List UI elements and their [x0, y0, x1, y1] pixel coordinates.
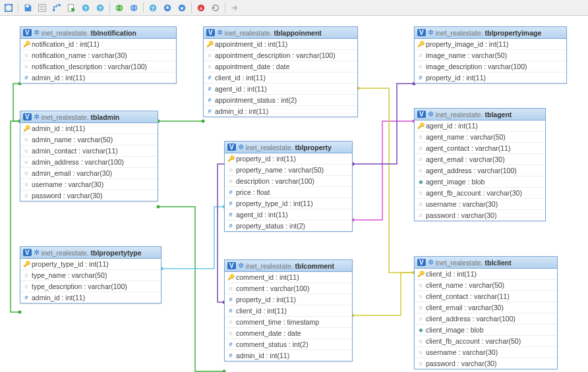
column-row[interactable]: #property_type_id : int(11) — [225, 198, 352, 209]
column-row[interactable]: ○image_name : varchar(50) — [415, 50, 566, 61]
table-header[interactable]: V✲inet_realestate.tblpropertytype — [20, 247, 161, 259]
column-row[interactable]: ○agent_contact : varchar(11) — [415, 143, 545, 154]
column-row[interactable]: ○agent_name : varchar(50) — [415, 132, 545, 143]
column-row[interactable]: 🔑agent_id : int(11) — [415, 120, 545, 132]
column-row[interactable]: ◆agent_image : blob — [415, 176, 545, 188]
column-row[interactable]: ◆client_image : blob — [415, 325, 557, 336]
column-row[interactable]: ○comment : varchar(100) — [225, 283, 352, 294]
column-row[interactable]: 🔑property_type_id : int(11) — [20, 259, 161, 270]
column-row[interactable]: ○appointment_description : varchar(100) — [204, 50, 357, 61]
column-row[interactable]: ○client_email : varchar(30) — [415, 302, 557, 313]
up-icon[interactable] — [162, 3, 173, 13]
table-tblproperty[interactable]: V✲inet_realestate.tblproperty🔑property_i… — [224, 141, 353, 232]
column-row[interactable]: ○client_name : varchar(50) — [415, 280, 557, 291]
column-row[interactable]: ○admin_address : varchar(100) — [20, 157, 158, 168]
column-row[interactable]: ○password : varchar(30) — [415, 358, 557, 369]
column-row[interactable]: ○property_name : varchar(50) — [225, 165, 352, 176]
column-row[interactable]: 🔑notification_id : int(11) — [20, 39, 176, 50]
gear-icon[interactable]: ✲ — [428, 110, 434, 119]
column-row[interactable]: ○client_address : varchar(100) — [415, 313, 557, 325]
column-row[interactable]: #price : float — [225, 187, 352, 198]
globe-green-icon[interactable] — [114, 3, 125, 13]
column-row[interactable]: 🔑property_image_id : int(11) — [415, 39, 566, 50]
column-row[interactable]: 🔑client_id : int(11) — [415, 269, 557, 280]
er-canvas[interactable]: V✲inet_realestate.tblnotification🔑notifi… — [0, 16, 588, 372]
column-row[interactable]: #client_id : int(11) — [204, 72, 357, 84]
column-row[interactable]: #agent_id : int(11) — [225, 209, 352, 221]
column-row[interactable]: ○type_description : varchar(100) — [20, 281, 161, 292]
relation-icon[interactable] — [51, 3, 62, 13]
column-row[interactable]: ○comment_date : date — [225, 328, 352, 339]
gear-icon[interactable]: ✲ — [34, 28, 40, 37]
column-row[interactable]: ○password : varchar(30) — [415, 210, 545, 221]
column-row[interactable]: 🔑appointment_id : int(11) — [204, 39, 357, 50]
table-tblnotification[interactable]: V✲inet_realestate.tblnotification🔑notifi… — [20, 26, 177, 84]
list-icon[interactable] — [37, 3, 47, 13]
table-header[interactable]: V✲inet_realestate.tblproperty — [225, 142, 352, 153]
table-header[interactable]: V✲inet_realestate.tblagent — [415, 109, 545, 120]
column-row[interactable]: ○client_fb_account : varchar(50) — [415, 336, 557, 347]
gear-icon[interactable]: ✲ — [428, 28, 434, 37]
table-header[interactable]: V✲inet_realestate.tblpropertyimage — [415, 27, 566, 39]
column-row[interactable]: ○type_name : varchar(50) — [20, 270, 161, 281]
column-row[interactable]: #admin_id : int(11) — [20, 72, 176, 83]
column-row[interactable]: ○agent_fb_account : varchar(30) — [415, 188, 545, 199]
column-row[interactable]: ○notification_description : varchar(100) — [20, 61, 176, 72]
column-row[interactable]: ○client_contact : varchar(11) — [415, 291, 557, 302]
help-icon-2[interactable]: ? — [95, 3, 105, 13]
help-icon-3[interactable]: ? — [148, 3, 158, 13]
help-icon[interactable]: ? — [80, 3, 91, 13]
table-header[interactable]: V✲inet_realestate.tbladmin — [20, 111, 158, 123]
gear-icon[interactable]: ✲ — [238, 143, 244, 151]
gear-icon[interactable]: ✲ — [34, 248, 40, 257]
column-row[interactable]: #admin_id : int(11) — [20, 292, 161, 303]
table-header[interactable]: V✲inet_realestate.tblnotification — [20, 27, 176, 39]
column-row[interactable]: #admin_id : int(11) — [204, 106, 357, 117]
column-row[interactable]: ○username : varchar(30) — [415, 199, 545, 210]
table-tblpropertyimage[interactable]: V✲inet_realestate.tblpropertyimage🔑prope… — [414, 26, 567, 84]
table-header[interactable]: V✲inet_realestate.tblclient — [415, 257, 557, 269]
column-row[interactable]: ○admin_email : varchar(30) — [20, 168, 158, 179]
column-row[interactable]: #property_id : int(11) — [415, 72, 566, 83]
gear-icon[interactable]: ✲ — [238, 261, 244, 270]
column-row[interactable]: ○comment_time : timestamp — [225, 317, 352, 328]
table-header[interactable]: V✲inet_realestate.tblcomment — [225, 260, 352, 272]
column-row[interactable]: 🔑property_id : int(11) — [225, 153, 352, 165]
down-icon[interactable] — [177, 3, 187, 13]
column-row[interactable]: ○appointment_date : date — [204, 61, 357, 72]
column-row[interactable]: #property_id : int(11) — [225, 294, 352, 306]
column-row[interactable]: #client_id : int(11) — [225, 306, 352, 317]
column-row[interactable]: #agent_id : int(11) — [204, 84, 357, 95]
globe-blue-icon[interactable] — [129, 3, 139, 13]
table-tblappoinment[interactable]: V✲inet_realestate.tblappoinment🔑appointm… — [203, 26, 358, 117]
column-row[interactable]: 🔑admin_id : int(11) — [20, 123, 158, 134]
forward-icon[interactable] — [229, 3, 240, 13]
column-row[interactable]: #admin_id : int(11) — [225, 350, 352, 361]
table-tblpropertytype[interactable]: V✲inet_realestate.tblpropertytype🔑proper… — [20, 246, 162, 304]
new-page-icon[interactable] — [66, 3, 76, 13]
column-row[interactable]: 🔑comment_id : int(11) — [225, 272, 352, 283]
column-row[interactable]: ○username : varchar(30) — [20, 179, 158, 190]
column-row[interactable]: ○image_description : varchar(100) — [415, 61, 566, 72]
column-row[interactable]: #appointment_status : int(2) — [204, 95, 357, 106]
gear-icon[interactable]: ✲ — [34, 113, 40, 121]
table-tblcomment[interactable]: V✲inet_realestate.tblcomment🔑comment_id … — [224, 259, 353, 361]
refresh-icon[interactable] — [210, 3, 221, 13]
fullscreen-icon[interactable] — [3, 3, 14, 13]
gear-icon[interactable]: ✲ — [428, 258, 434, 267]
table-tbladmin[interactable]: V✲inet_realestate.tbladmin🔑admin_id : in… — [20, 111, 158, 201]
table-header[interactable]: V✲inet_realestate.tblappoinment — [204, 27, 357, 39]
column-row[interactable]: ○username : varchar(30) — [415, 347, 557, 358]
column-row[interactable]: ○admin_name : varchar(50) — [20, 134, 158, 146]
table-tblclient[interactable]: V✲inet_realestate.tblclient🔑client_id : … — [414, 256, 558, 369]
column-row[interactable]: #comment_status : int(2) — [225, 339, 352, 350]
column-row[interactable]: ○notification_name : varchar(30) — [20, 50, 176, 61]
gear-icon[interactable]: ✲ — [217, 28, 223, 37]
column-row[interactable]: ○admin_contact : varchar(11) — [20, 146, 158, 157]
column-row[interactable]: ○agent_email : varchar(30) — [415, 154, 545, 165]
column-row[interactable]: ○description : varchar(100) — [225, 176, 352, 187]
column-row[interactable]: #property_status : int(2) — [225, 221, 352, 231]
table-tblagent[interactable]: V✲inet_realestate.tblagent🔑agent_id : in… — [414, 108, 546, 221]
column-row[interactable]: ○agent_address : varchar(100) — [415, 165, 545, 176]
save-icon[interactable] — [22, 3, 33, 13]
